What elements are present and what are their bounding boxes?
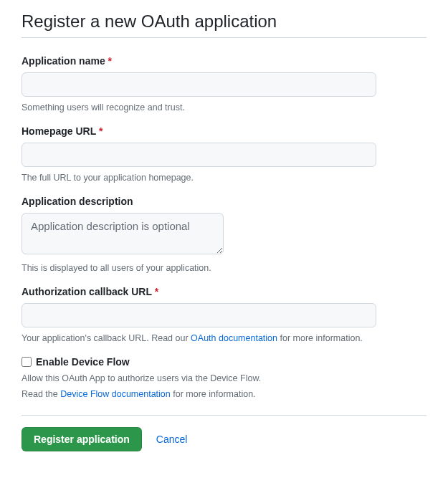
description-textarea[interactable] [22,213,224,254]
divider [22,415,426,416]
device-flow-label: Enable Device Flow [36,356,130,368]
homepage-url-label: Homepage URL * [22,125,426,137]
oauth-docs-link[interactable]: OAuth documentation [191,333,277,343]
cancel-link[interactable]: Cancel [156,434,188,445]
app-name-hint: Something users will recognize and trust… [22,102,426,112]
homepage-url-hint: The full URL to your application homepag… [22,173,426,183]
page-title: Register a new OAuth application [22,11,426,38]
required-asterisk: * [99,125,103,137]
homepage-url-input[interactable] [22,143,376,167]
device-flow-docs-link[interactable]: Device Flow documentation [60,389,171,399]
device-flow-hint1: Allow this OAuth App to authorize users … [22,373,426,383]
device-flow-hint2: Read the Device Flow documentation for m… [22,389,426,399]
required-asterisk: * [155,286,158,297]
register-button[interactable]: Register application [22,427,142,451]
required-asterisk: * [108,55,112,67]
description-hint: This is displayed to all users of your a… [22,263,426,273]
callback-url-hint: Your application's callback URL. Read ou… [22,333,426,343]
device-flow-checkbox[interactable] [22,357,32,367]
callback-url-input[interactable] [22,303,376,327]
app-name-label: Application name * [22,55,426,67]
description-label: Application description [22,196,426,207]
app-name-input[interactable] [22,72,376,97]
callback-url-label: Authorization callback URL * [22,286,426,297]
